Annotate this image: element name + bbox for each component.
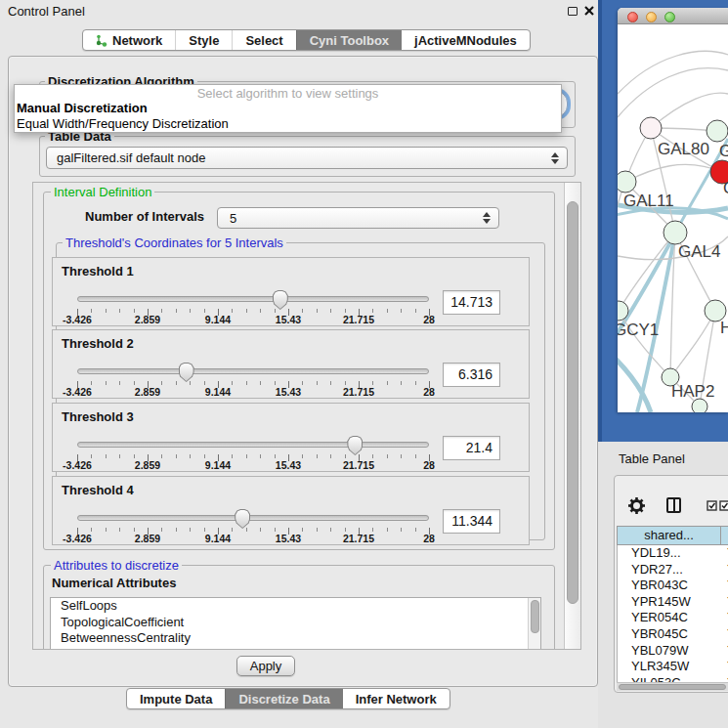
cell-shared-name[interactable]: YBL079W — [631, 643, 689, 660]
attributes-group-title: Attributes to discretize — [51, 558, 182, 573]
table-toolbar — [615, 476, 728, 525]
tick-label: 9.144 — [205, 314, 231, 325]
slider-track[interactable] — [77, 515, 429, 521]
table-row[interactable]: YDR27...YDR2 — [618, 562, 728, 578]
table-row[interactable]: YDL19...YDL1 — [618, 545, 728, 562]
table-row[interactable]: YIL053CYIL0 — [618, 675, 728, 682]
column-layout-icon[interactable] — [666, 497, 681, 513]
mac-titlebar[interactable] — [618, 8, 728, 24]
slider-track[interactable] — [77, 442, 429, 448]
network-node-gal80[interactable] — [640, 117, 662, 139]
cell-shared-name[interactable]: YDL19... — [631, 545, 681, 562]
tick-label: -3.426 — [63, 386, 92, 398]
network-node[interactable] — [692, 399, 707, 412]
attribute-list-item[interactable]: TopologicalCoefficient — [51, 615, 540, 631]
list-scrollbar[interactable] — [528, 598, 540, 650]
viewport-scrollbar-thumb[interactable] — [567, 201, 578, 604]
tab-select[interactable]: Select — [232, 30, 295, 50]
tab-jactivemnodules[interactable]: jActiveMNodules — [402, 30, 530, 50]
cell-shared-name[interactable]: YBR043C — [631, 578, 688, 594]
dropdown-option-manual[interactable]: Manual Discretization — [17, 101, 148, 115]
gear-icon[interactable] — [627, 496, 646, 515]
threshold-value-field[interactable]: 21.4 — [443, 436, 500, 460]
attribute-list-item[interactable]: BetweennessCentrality — [51, 630, 540, 647]
table-row[interactable]: YER054CYER0 — [618, 610, 728, 626]
slider-thumb[interactable] — [347, 436, 363, 455]
network-node-ga[interactable] — [707, 120, 728, 142]
cell-shared-name[interactable]: YLR345W — [631, 659, 689, 675]
network-canvas[interactable]: GAL80GACGAL11GAL4GCY1HHAP2 — [618, 24, 728, 412]
minimize-traffic-light-icon[interactable] — [646, 12, 657, 22]
column-header-name[interactable]: na — [722, 527, 728, 544]
slider-thumb[interactable] — [235, 509, 250, 529]
table-horizontal-scrollbar[interactable] — [617, 682, 728, 691]
zoom-traffic-light-icon[interactable] — [664, 12, 675, 22]
apply-button[interactable]: Apply — [236, 656, 295, 676]
combo-stepper-icon — [551, 152, 559, 164]
number-of-intervals-label: Number of Intervals — [85, 209, 204, 224]
slider-track[interactable] — [77, 296, 429, 302]
tick-label: 9.144 — [205, 386, 231, 398]
threshold-panel-2: Threshold 2-3.4262.8599.14415.4321.71528… — [52, 329, 530, 399]
cell-shared-name[interactable]: YBR045C — [631, 626, 688, 643]
threshold-panel-1: Threshold 1-3.4262.8599.14415.4321.71528… — [52, 257, 530, 326]
tick-label: 9.144 — [205, 533, 231, 544]
table-data-combobox[interactable]: galFiltered.sif default node — [46, 147, 568, 169]
node-table-widget: shared... na YDL19...YDL1YDR27...YDR2YBR… — [614, 475, 728, 693]
interval-definition-title: Interval Definition — [51, 185, 154, 199]
tick-label: 2.859 — [135, 459, 160, 471]
network-node-gal11[interactable] — [618, 171, 636, 193]
close-icon[interactable] — [583, 5, 595, 17]
tab-cyni-toolbox[interactable]: Cyni Toolbox — [296, 30, 402, 50]
table-row[interactable]: YLR345WYLR3 — [618, 659, 728, 675]
table-data-value: galFiltered.sif default node — [57, 148, 205, 168]
tick-label: 15.43 — [276, 459, 301, 471]
slider-thumb[interactable] — [179, 363, 194, 382]
checkbox-icon[interactable] — [719, 500, 728, 511]
checkbox-icon[interactable] — [707, 500, 717, 511]
threshold-value-field[interactable]: 6.316 — [443, 363, 500, 387]
number-of-intervals-combobox[interactable]: 5 — [217, 207, 499, 229]
table-scrollbar-thumb[interactable] — [619, 684, 726, 690]
cell-shared-name[interactable]: YER054C — [631, 610, 688, 626]
tab-style[interactable]: Style — [175, 30, 232, 50]
tab-discretize-data[interactable]: Discretize Data — [225, 689, 342, 708]
cell-shared-name[interactable]: YDR27... — [631, 562, 683, 578]
float-window-icon[interactable] — [568, 7, 578, 16]
numerical-attributes-list[interactable]: SelfLoopsTopologicalCoefficientBetweenne… — [50, 597, 541, 650]
node-label: GAL4 — [678, 242, 720, 261]
cell-shared-name[interactable]: YIL053C — [631, 675, 681, 682]
table-header-row: shared... na — [617, 526, 728, 545]
thresholds-group-title: Threshold's Coordinates for 5 Intervals — [63, 236, 286, 250]
attribute-list-item[interactable]: SelfLoops — [51, 598, 540, 615]
number-of-intervals-value: 5 — [230, 208, 236, 229]
tab-impute-data[interactable]: Impute Data — [127, 689, 225, 708]
tab-network[interactable]: Network — [83, 30, 175, 50]
tick-label: 2.859 — [135, 386, 160, 398]
threshold-value-field[interactable]: 11.344 — [443, 509, 500, 534]
column-header-shared-name[interactable]: shared... — [617, 527, 721, 544]
slider-track[interactable] — [77, 368, 429, 374]
table-row[interactable]: YBR045CYBR0 — [618, 626, 728, 643]
slider-major-ticks — [77, 528, 430, 535]
tab-infer-network[interactable]: Infer Network — [343, 689, 450, 708]
network-node-gal4[interactable] — [664, 221, 687, 244]
node-label: GCY1 — [618, 321, 659, 339]
table-row[interactable]: YBR043CYBR0 — [618, 578, 728, 594]
dropdown-option-equal-width[interactable]: Equal Width/Frequency Discretization — [17, 116, 229, 131]
control-panel-tabs: NetworkStyleSelectCyni ToolboxjActiveMNo… — [82, 29, 531, 51]
cell-shared-name[interactable]: YPR145W — [631, 594, 691, 611]
tick-label: 21.715 — [343, 386, 374, 398]
list-scrollbar-thumb[interactable] — [531, 600, 539, 633]
tick-label: 28 — [423, 314, 435, 325]
tick-label: 28 — [423, 533, 435, 544]
numerical-attributes-label: Numerical Attributes — [52, 576, 176, 590]
table-row[interactable]: YPR145WYPR1 — [618, 594, 728, 611]
slider-thumb[interactable] — [273, 290, 288, 310]
viewport-scrollbar[interactable] — [564, 183, 580, 649]
attributes-group: Numerical Attributes SelfLoopsTopologica… — [43, 565, 555, 650]
table-row[interactable]: YBL079WYBL0 — [618, 643, 728, 660]
tick-label: -3.426 — [63, 533, 92, 544]
threshold-value-field[interactable]: 14.713 — [443, 290, 500, 315]
close-traffic-light-icon[interactable] — [627, 12, 638, 22]
